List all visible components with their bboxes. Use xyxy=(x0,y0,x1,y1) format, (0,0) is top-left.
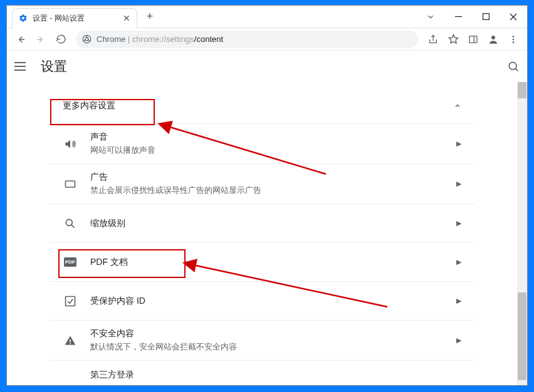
svg-marker-12 xyxy=(449,34,458,43)
svg-point-16 xyxy=(513,36,515,38)
back-button[interactable] xyxy=(12,31,29,48)
row-title: PDF 文档 xyxy=(90,257,456,268)
search-icon xyxy=(63,217,78,230)
row-zoom[interactable]: 缩放级别 ▶ xyxy=(49,204,475,242)
collapse-icon xyxy=(454,102,461,110)
svg-rect-26 xyxy=(70,343,71,344)
row-title: 缩放级别 xyxy=(90,218,456,229)
svg-rect-21 xyxy=(66,181,75,187)
svg-point-19 xyxy=(509,62,516,70)
row-title: 广告 xyxy=(90,172,456,183)
row-desc: 网站可以播放声音 xyxy=(90,145,456,156)
chrome-icon xyxy=(82,34,92,44)
profile-button[interactable] xyxy=(484,31,502,48)
checkbox-icon xyxy=(63,295,78,307)
svg-line-23 xyxy=(71,225,75,228)
svg-line-20 xyxy=(515,68,518,71)
share-button[interactable] xyxy=(424,31,442,48)
svg-point-22 xyxy=(66,219,72,225)
scrollbar-thumb[interactable] xyxy=(518,292,526,380)
menu-button[interactable] xyxy=(505,31,522,48)
section-more-content[interactable]: 更多内容设置 xyxy=(49,88,475,123)
tab-close-icon[interactable]: ✕ xyxy=(123,14,130,23)
url-text: Chrome | chrome://settings/content xyxy=(97,34,223,44)
scrollbar-track[interactable] xyxy=(517,82,527,385)
settings-appbar: 设置 xyxy=(7,51,527,82)
url-box[interactable]: Chrome | chrome://settings/content xyxy=(76,31,418,48)
svg-rect-25 xyxy=(70,339,71,342)
row-desc: 默认情况下，安全网站会拦截不安全内容 xyxy=(90,342,456,353)
rectangle-icon xyxy=(63,178,78,190)
content-area: 更多内容设置 声音 网站可以播放声音 ▶ xyxy=(7,82,527,385)
app-window: 设置 - 网站设置 ✕ + xyxy=(6,5,528,386)
side-panel-button[interactable] xyxy=(464,31,482,48)
reload-button[interactable] xyxy=(52,31,70,48)
new-tab-button[interactable]: + xyxy=(141,10,159,23)
chevron-right-icon: ▶ xyxy=(456,258,461,266)
svg-rect-1 xyxy=(483,14,489,20)
row-protected-content[interactable]: 受保护内容 ID ▶ xyxy=(49,281,475,320)
row-pdf[interactable]: PDF PDF 文档 ▶ xyxy=(49,242,475,281)
chevron-right-icon: ▶ xyxy=(456,297,461,305)
svg-point-18 xyxy=(513,41,515,43)
svg-line-10 xyxy=(88,40,90,41)
pdf-icon: PDF xyxy=(63,257,78,267)
bookmark-button[interactable] xyxy=(444,31,462,48)
row-sound[interactable]: 声音 网站可以播放声音 ▶ xyxy=(49,123,475,163)
svg-point-7 xyxy=(85,38,88,41)
titlebar: 设置 - 网站设置 ✕ + xyxy=(7,6,527,28)
svg-point-15 xyxy=(491,36,495,39)
row-desc: 禁止会展示侵扰性或误导性广告的网站显示广告 xyxy=(90,185,456,196)
browser-tab[interactable]: 设置 - 网站设置 ✕ xyxy=(12,8,137,28)
chevron-right-icon: ▶ xyxy=(456,219,461,227)
chevron-right-icon: ▶ xyxy=(456,140,461,148)
svg-rect-13 xyxy=(469,36,477,43)
section-title: 更多内容设置 xyxy=(63,100,115,111)
menu-icon[interactable] xyxy=(14,59,29,74)
row-ads[interactable]: 广告 禁止会展示侵扰性或误导性广告的网站显示广告 ▶ xyxy=(49,163,475,204)
svg-point-17 xyxy=(513,38,515,40)
minimize-button[interactable] xyxy=(444,6,472,28)
settings-list: 更多内容设置 声音 网站可以播放声音 ▶ xyxy=(49,88,475,383)
maximize-button[interactable] xyxy=(472,6,500,28)
scrollbar-thumb-top[interactable] xyxy=(518,82,526,98)
chevron-right-icon: ▶ xyxy=(456,336,461,344)
tab-title: 设置 - 网站设置 xyxy=(33,13,118,24)
row-title: 受保护内容 ID xyxy=(90,296,456,307)
window-controls xyxy=(417,6,527,28)
page-title: 设置 xyxy=(41,58,67,75)
row-title: 第三方登录 xyxy=(90,369,461,381)
settings-search-button[interactable] xyxy=(507,60,520,73)
chevron-right-icon: ▶ xyxy=(456,180,461,188)
row-insecure-content[interactable]: 不安全内容 默认情况下，安全网站会拦截不安全内容 ▶ xyxy=(49,320,475,360)
row-title: 声音 xyxy=(90,132,456,143)
svg-rect-24 xyxy=(66,296,75,306)
address-bar: Chrome | chrome://settings/content xyxy=(7,28,527,51)
close-window-button[interactable] xyxy=(500,6,527,28)
row-title: 不安全内容 xyxy=(90,328,456,339)
volume-icon xyxy=(63,138,78,150)
gear-icon xyxy=(19,14,28,23)
warning-icon xyxy=(63,334,78,347)
svg-line-9 xyxy=(83,40,85,41)
tab-dropdown-button[interactable] xyxy=(417,6,444,28)
forward-button[interactable] xyxy=(32,31,50,48)
row-third-party-signin[interactable]: 第三方登录 xyxy=(49,360,475,383)
